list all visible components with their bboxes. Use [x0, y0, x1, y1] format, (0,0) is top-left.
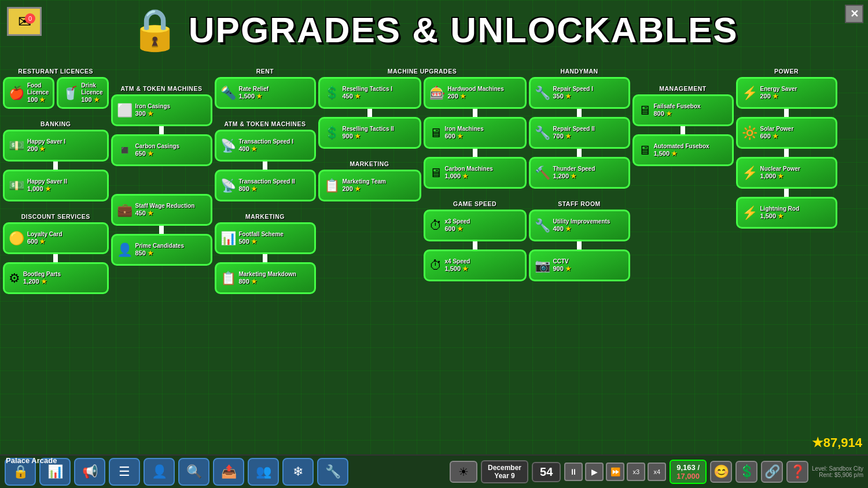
link-btn[interactable]: 🔗: [761, 461, 783, 483]
reselling-tactics-2-card[interactable]: 💲 Reselling Tactics II 900 ★: [318, 117, 421, 149]
connector: [367, 109, 372, 117]
footfall-scheme-card[interactable]: 📊 Footfall Scheme 500 ★: [215, 222, 316, 254]
megaphone-btn[interactable]: 📢: [74, 458, 105, 486]
iron-casings-card[interactable]: ⬜ Iron Casings 300 ★: [111, 94, 212, 126]
food-icon: 🍎: [9, 86, 24, 101]
utility-icon: 🔧: [535, 218, 550, 233]
connector: [473, 241, 477, 249]
drink-licence-card[interactable]: 🥤 Drink Licence 100 ★: [57, 77, 108, 109]
cctv-card[interactable]: 📷 CCTV 900 ★: [529, 249, 630, 281]
money-display: 9,163 / 17,000: [670, 460, 707, 484]
carbon-casings-card[interactable]: ◾ Carbon Casings 650 ★: [111, 134, 212, 166]
staff-wage-card[interactable]: 💼 Staff Wage Reduction 450 ★: [111, 194, 212, 226]
transaction-speed-1-card[interactable]: 📡 Transaction Speed I 400 ★: [215, 130, 316, 162]
transaction-speed-2-card[interactable]: 📡 Transaction Speed II 800 ★: [215, 170, 316, 201]
x3-btn[interactable]: x3: [627, 463, 645, 481]
solar-power-card[interactable]: 🔆 Solar Power 600 ★: [736, 117, 837, 149]
repair-1-icon: 🔧: [535, 86, 550, 101]
marketing-team-card[interactable]: 📋 Marketing Team 200 ★: [318, 170, 421, 201]
happy-saver-2-card[interactable]: 💵 Happy Saver II 1,000 ★: [3, 170, 109, 201]
x4-btn[interactable]: x4: [648, 463, 666, 481]
connector: [681, 126, 685, 134]
connector: [577, 149, 582, 157]
weather-btn[interactable]: ☀: [450, 461, 477, 483]
upload-btn[interactable]: 📤: [213, 458, 244, 486]
rate-relief-icon: 🔦: [220, 86, 236, 101]
connector: [159, 226, 164, 234]
list-btn[interactable]: ☰: [109, 458, 140, 486]
reselling-tactics-1-card[interactable]: 💲 Reselling Tactics I 450 ★: [318, 77, 421, 109]
page-title: UPGRADES & UNLOCKABLES: [189, 9, 738, 50]
management-label: MANAGEMENT: [632, 84, 734, 94]
mail-button[interactable]: ✉ 0: [7, 7, 42, 36]
bootleg-parts-card[interactable]: ⚙ Bootleg Parts 1,200 ★: [3, 262, 109, 294]
upgrades-layout: RESTURANT LICENCES 🍎 Food Licence 100 ★ …: [3, 67, 865, 452]
fast-forward-btn[interactable]: ⏩: [606, 463, 624, 481]
x3-speed-card[interactable]: ⏱ x3 Speed 600 ★: [424, 210, 527, 241]
marketing-markdown-card[interactable]: 📋 Marketing Markdown 800 ★: [215, 262, 316, 294]
drink-icon: 🥤: [62, 86, 78, 101]
iron-casings-icon: ⬜: [117, 103, 133, 118]
staff-room-label: STAFF ROOM: [529, 199, 630, 210]
nuclear-power-card[interactable]: ⚡ Nuclear Power 1,000 ★: [736, 157, 837, 189]
atm-col-label: ATM & TOKEN MACHINES: [215, 119, 316, 130]
dollar-btn[interactable]: 💲: [735, 461, 757, 483]
marketing-label: MARKETING: [215, 212, 316, 222]
lightning-rod-card[interactable]: ⚡ Lightning Rod 1,500 ★: [736, 197, 837, 229]
x4-speed-card[interactable]: ⏱ x4 Speed 1,500 ★: [424, 249, 527, 281]
cctv-icon: 📷: [535, 258, 550, 273]
palace-label: Palace Arcade: [6, 456, 57, 465]
energy-icon: ⚡: [742, 86, 757, 101]
thunder-speed-card[interactable]: 🔨 Thunder Speed 1,200 ★: [529, 157, 630, 189]
carbon-machines-card[interactable]: 🖥 Carbon Machines 1,000 ★: [424, 157, 527, 189]
machine-upgrades-label: MACHINE UPGRADES: [318, 67, 527, 77]
hardwood-machines-card[interactable]: 🎰 Hardwood Machines 200 ★: [424, 77, 527, 109]
carbon-casings-icon: ◾: [117, 143, 133, 158]
emoji-btn[interactable]: 😊: [710, 461, 732, 483]
connector: [159, 126, 164, 134]
group-btn[interactable]: 👥: [248, 458, 279, 486]
money2-icon: 💵: [9, 178, 24, 193]
marketing-col-label: MARKETING: [318, 159, 421, 170]
iron-machines-card[interactable]: 🖥 Iron Machines 600 ★: [424, 117, 527, 149]
connector: [263, 162, 267, 170]
rent-label: RENT: [215, 67, 316, 77]
energy-saver-card[interactable]: ⚡ Energy Saver 200 ★: [736, 77, 837, 109]
discount-label: DISCOUNT SERVICES: [3, 212, 109, 222]
lightning-icon: ⚡: [742, 206, 757, 221]
loyalty-card-card[interactable]: 🟡 Loyalty Card 600 ★: [3, 222, 109, 254]
repair-speed-1-card[interactable]: 🔧 Repair Speed I 350 ★: [529, 77, 630, 109]
wrench-btn[interactable]: 🔧: [317, 458, 348, 486]
snowflake-btn[interactable]: ❄: [282, 458, 314, 486]
level-info: Level: Sandbox City Rent: $5,906 p/m: [812, 465, 863, 478]
connector: [577, 109, 582, 117]
money-current: 9,163 /: [676, 463, 700, 472]
rate-relief-card[interactable]: 🔦 Rate Relief 1,500 ★: [215, 77, 316, 109]
iron-machines-icon: 🖥: [429, 126, 442, 141]
food-licence-card[interactable]: 🍎 Food Licence 100 ★: [3, 77, 54, 109]
person-btn[interactable]: 👤: [144, 458, 175, 486]
prime-candidates-card[interactable]: 👤 Prime Candidates 850 ★: [111, 234, 212, 266]
play-btn[interactable]: ▶: [585, 463, 604, 481]
happy-saver-1-card[interactable]: 💵 Happy Saver I 200 ★: [3, 130, 109, 162]
game-speed-label: GAME SPEED: [424, 199, 527, 210]
search-btn[interactable]: 🔍: [178, 458, 209, 486]
reselling-1-icon: 💲: [324, 86, 340, 101]
failsafe-fusebox-card[interactable]: 🖥 Failsafe Fusebox 800 ★: [632, 94, 734, 126]
candidates-icon: 👤: [117, 243, 133, 258]
footfall-icon: 📊: [220, 231, 236, 246]
question-btn[interactable]: ❓: [786, 461, 808, 483]
connector: [784, 109, 789, 117]
pause-btn[interactable]: ⏸: [564, 463, 583, 481]
connector: [53, 254, 58, 262]
repair-speed-2-card[interactable]: 🔧 Repair Speed II 700 ★: [529, 117, 630, 149]
carbon-machines-icon: 🖥: [429, 166, 442, 181]
close-button[interactable]: ✕: [845, 5, 863, 23]
marketing-team-icon: 📋: [324, 178, 340, 193]
date-display: December Year 9: [481, 460, 528, 483]
automated-fusebox-card[interactable]: 🖥 Automated Fusebox 1,500 ★: [632, 134, 734, 166]
bottom-bar: 🔒 📊 📢 ☰ 👤 🔍 📤 👥 ❄ 🔧 ☀ December Year 9 54…: [0, 454, 868, 488]
utility-improvements-card[interactable]: 🔧 Utility Improvements 400 ★: [529, 210, 630, 241]
power-label: POWER: [736, 67, 837, 77]
connector: [473, 149, 477, 157]
